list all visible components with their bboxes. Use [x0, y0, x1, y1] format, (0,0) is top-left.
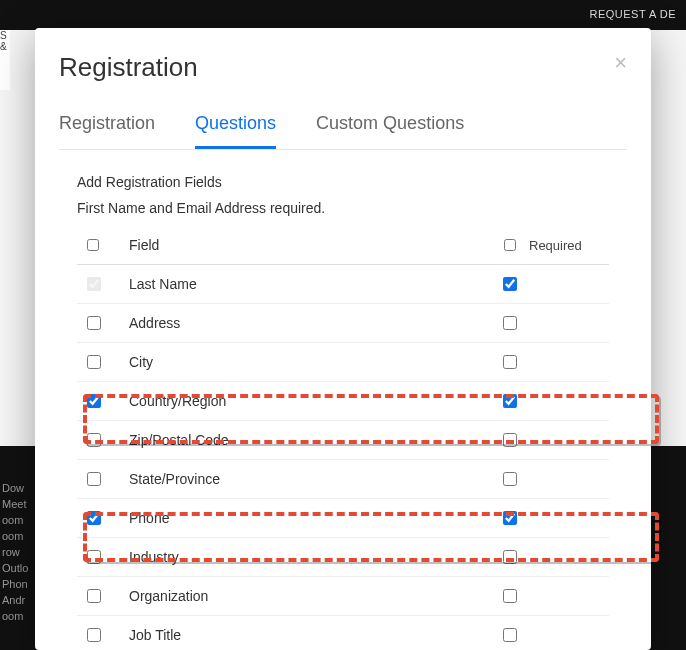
field-label: State/Province: [129, 471, 489, 487]
fields-section: Add Registration Fields First Name and E…: [59, 150, 627, 650]
table-row: Organization: [77, 577, 609, 616]
tab-bar: Registration Questions Custom Questions: [59, 105, 627, 150]
header-field: Field: [129, 237, 489, 253]
field-required-checkbox[interactable]: [503, 355, 517, 369]
field-label: Last Name: [129, 276, 489, 292]
intro-add-fields: Add Registration Fields: [77, 174, 609, 190]
table-row: Job Title: [77, 616, 609, 650]
intro-required-note: First Name and Email Address required.: [77, 200, 609, 216]
field-required-checkbox[interactable]: [503, 394, 517, 408]
field-label: Job Title: [129, 627, 489, 643]
field-enable-checkbox[interactable]: [87, 433, 101, 447]
background-topbar: REQUEST A DE: [0, 0, 686, 30]
field-enable-checkbox[interactable]: [87, 394, 101, 408]
table-row: Phone: [77, 499, 609, 538]
registration-modal: × Registration Registration Questions Cu…: [35, 28, 651, 650]
table-row: Zip/Postal Code: [77, 421, 609, 460]
field-required-checkbox[interactable]: [503, 433, 517, 447]
table-row: Address: [77, 304, 609, 343]
field-label: Phone: [129, 510, 489, 526]
field-label: Organization: [129, 588, 489, 604]
field-enable-checkbox[interactable]: [87, 628, 101, 642]
field-label: Country/Region: [129, 393, 489, 409]
table-row: State/Province: [77, 460, 609, 499]
field-label: Zip/Postal Code: [129, 432, 489, 448]
field-enable-checkbox[interactable]: [87, 472, 101, 486]
field-required-checkbox[interactable]: [503, 550, 517, 564]
tab-questions[interactable]: Questions: [195, 105, 276, 149]
field-enable-checkbox[interactable]: [87, 355, 101, 369]
header-required: Required: [529, 238, 609, 253]
field-required-checkbox[interactable]: [503, 589, 517, 603]
fields-table: Field Required Last NameAddressCityCount…: [77, 226, 609, 650]
require-all-checkbox[interactable]: [504, 239, 516, 251]
field-enable-checkbox[interactable]: [87, 277, 101, 291]
table-row: Country/Region: [77, 382, 609, 421]
field-required-checkbox[interactable]: [503, 316, 517, 330]
field-enable-checkbox[interactable]: [87, 550, 101, 564]
modal-title: Registration: [59, 52, 627, 83]
table-row: Industry: [77, 538, 609, 577]
select-all-checkbox[interactable]: [87, 239, 99, 251]
field-required-checkbox[interactable]: [503, 628, 517, 642]
close-icon[interactable]: ×: [614, 52, 627, 74]
table-row: Last Name: [77, 265, 609, 304]
field-label: Address: [129, 315, 489, 331]
field-label: Industry: [129, 549, 489, 565]
tab-registration[interactable]: Registration: [59, 105, 155, 149]
field-enable-checkbox[interactable]: [87, 511, 101, 525]
field-required-checkbox[interactable]: [503, 277, 517, 291]
field-label: City: [129, 354, 489, 370]
background-left-fragment: S &: [0, 30, 10, 90]
table-header-row: Field Required: [77, 226, 609, 265]
field-enable-checkbox[interactable]: [87, 316, 101, 330]
topbar-text: REQUEST A DE: [590, 8, 677, 20]
field-required-checkbox[interactable]: [503, 472, 517, 486]
table-row: City: [77, 343, 609, 382]
field-enable-checkbox[interactable]: [87, 589, 101, 603]
tab-custom-questions[interactable]: Custom Questions: [316, 105, 464, 149]
field-required-checkbox[interactable]: [503, 511, 517, 525]
